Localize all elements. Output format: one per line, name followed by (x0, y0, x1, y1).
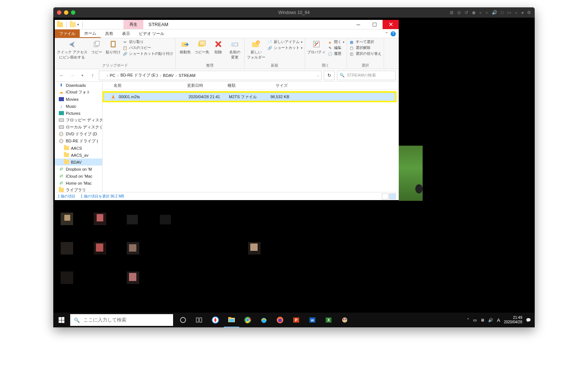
col-size[interactable]: サイズ (261, 83, 291, 88)
vm-icon[interactable]: ↺ (465, 10, 468, 15)
forward-button[interactable]: → (68, 71, 76, 79)
nav-item[interactable]: ライブラリ (55, 186, 102, 192)
refresh-button[interactable]: ↻ (324, 71, 335, 80)
col-type[interactable]: 種類 (225, 83, 261, 88)
column-headers[interactable]: 名前 更新日時 種類 サイズ (103, 82, 399, 90)
nav-item[interactable]: ⇄Dropbox on 'M (55, 166, 102, 173)
tab-file[interactable]: ファイル (55, 29, 80, 38)
battery-icon[interactable]: ▭ (473, 318, 477, 323)
help-icon[interactable]: ? (391, 31, 396, 36)
paste-shortcut-button[interactable]: 🔗ショートカットの貼り付け (122, 51, 173, 56)
nav-item[interactable]: BD-RE ドライブ ( (55, 138, 102, 145)
cortana-icon[interactable] (175, 313, 191, 327)
col-name[interactable]: 名前 (111, 83, 184, 88)
notification-icon[interactable]: 💬 (526, 318, 531, 323)
pin-quick-access-button[interactable]: クイック アクセス にピン留めする (57, 39, 87, 60)
vm-icon[interactable]: ⟐ (485, 10, 488, 15)
nav-item[interactable]: DVD ドライブ (D (55, 131, 102, 138)
mac-close-button[interactable] (57, 10, 61, 15)
tray-chevron-icon[interactable]: ˄ (467, 318, 469, 323)
delete-button[interactable]: 削除 (211, 39, 226, 55)
vm-icon[interactable]: ⟐ (479, 10, 482, 15)
search-input[interactable]: 🔍 STREAMの検索 (337, 71, 396, 80)
taskbar-search[interactable]: 🔍 ここに入力して検索 (70, 314, 173, 326)
ribbon-collapse-icon[interactable]: ⌃ (385, 31, 388, 36)
nav-item[interactable]: AACS (55, 145, 102, 152)
minimize-button[interactable]: ─ (350, 20, 366, 29)
col-date[interactable]: 更新日時 (184, 83, 225, 88)
vm-icon[interactable]: □ (501, 10, 503, 15)
nav-item[interactable]: Movies (55, 96, 102, 103)
clock[interactable]: 21:49 2020/04/28 (504, 316, 522, 324)
safari-icon[interactable] (208, 313, 223, 327)
properties-button[interactable]: プロパティ (307, 39, 326, 55)
cut-button[interactable]: ✂切り取り (122, 39, 173, 45)
contextual-tab-playback[interactable]: 再生 (123, 20, 143, 29)
network-icon[interactable]: 🖥 (480, 318, 484, 322)
recent-dropdown[interactable]: ▾ (78, 71, 86, 79)
breadcrumb-item[interactable]: BD-RE ドライブ (E:) (119, 72, 159, 78)
tab-home[interactable]: ホーム (80, 29, 101, 38)
new-item-button[interactable]: 📄新しいアイテム ▾ (267, 39, 302, 45)
mac-minimize-button[interactable] (64, 10, 68, 15)
word-icon[interactable]: W (305, 313, 320, 327)
close-button[interactable]: ✕ (383, 20, 399, 29)
breadcrumb-item[interactable]: STREAM (178, 73, 197, 78)
rename-button[interactable]: 名前の 変更 (227, 39, 242, 60)
tab-share[interactable]: 共有 (101, 29, 118, 38)
breadcrumb[interactable]: › PC› BD-RE ドライブ (E:)› BDAV› STREAM ⌄ (99, 71, 322, 80)
ime-icon[interactable]: A (497, 317, 500, 323)
task-view-icon[interactable] (191, 313, 207, 327)
vm-icon[interactable]: ◉ (472, 10, 476, 15)
new-folder-button[interactable]: ✦新しい フォルダー (247, 39, 265, 60)
explorer-icon[interactable] (224, 313, 239, 327)
copy-path-button[interactable]: 📋パスのコピー (122, 45, 173, 50)
start-button[interactable] (53, 313, 69, 327)
nav-item[interactable]: AACS_av (55, 152, 102, 159)
nav-item[interactable]: ⇄Home on 'Mac (55, 179, 102, 186)
vm-icon[interactable]: ◎ (457, 10, 461, 15)
nav-item[interactable]: フロッピー ディスク (55, 117, 102, 124)
vm-icon[interactable]: ⚙ (527, 10, 531, 15)
breadcrumb-item[interactable]: BDAV (162, 73, 175, 78)
nav-item[interactable]: ⇄iCloud on 'Mac (55, 173, 102, 179)
tab-view[interactable]: 表示 (118, 29, 135, 38)
view-large-button[interactable] (389, 193, 396, 199)
breadcrumb-item[interactable]: PC (109, 73, 116, 78)
copy-button[interactable]: コピー (89, 39, 104, 55)
invert-selection-button[interactable]: ◫選択の切り替え (349, 51, 381, 56)
explorer-titlebar[interactable]: ▾ 再生 STREAM ─ ☐ ✕ (55, 20, 399, 29)
tab-video-tools[interactable]: ビデオ ツール (135, 29, 169, 38)
paste-button[interactable]: 貼り付け (106, 39, 121, 55)
history-button[interactable]: 🕘履歴 (327, 51, 344, 56)
maximize-button[interactable]: ☐ (366, 20, 383, 29)
select-all-button[interactable]: ▦すべて選択 (349, 39, 381, 45)
firefox-icon[interactable] (272, 313, 288, 327)
system-tray[interactable]: ˄ ▭ 🖥 🔊 A 21:49 2020/04/28 💬 (463, 316, 535, 324)
nav-item[interactable]: Pictures (55, 110, 102, 117)
volume-icon[interactable]: 🔊 (488, 318, 493, 323)
chrome-icon[interactable] (240, 313, 255, 327)
nav-item[interactable]: BDAV (55, 159, 102, 166)
navigation-pane[interactable]: ⬇Downloads☁iCloud フォトMovies♪MusicPicture… (55, 82, 103, 192)
vm-icon[interactable]: ▭ (507, 10, 511, 15)
nav-item[interactable]: ☁iCloud フォト (55, 89, 102, 96)
file-list[interactable]: 名前 更新日時 種類 サイズ 00001.m2ts 2020/04/28 21:… (103, 82, 399, 192)
vm-icon[interactable]: ◂ (521, 10, 523, 15)
nav-item[interactable]: ローカル ディスク ( (55, 124, 102, 131)
mac-maximize-button[interactable] (71, 10, 75, 15)
new-shortcut-button[interactable]: 🔗ショートカット ▾ (267, 45, 302, 50)
vm-icon[interactable]: 🔊 (492, 10, 497, 15)
app-icon[interactable] (337, 313, 352, 327)
up-button[interactable]: ↑ (89, 71, 97, 79)
ie-icon[interactable] (256, 313, 272, 327)
vm-icon[interactable]: ⊞ (450, 10, 453, 15)
move-to-button[interactable]: 移動先 (178, 39, 193, 55)
nav-item[interactable]: ♪Music (55, 103, 102, 110)
file-row[interactable]: 00001.m2ts 2020/04/28 21:41 M2TS ファイル 98… (104, 93, 395, 101)
nav-item[interactable]: ⬇Downloads (55, 82, 102, 89)
back-button[interactable]: ← (58, 71, 66, 79)
excel-icon[interactable]: X (321, 313, 336, 327)
vm-icon[interactable]: ⟐ (515, 10, 517, 15)
select-none-button[interactable]: ▢選択解除 (349, 45, 381, 50)
